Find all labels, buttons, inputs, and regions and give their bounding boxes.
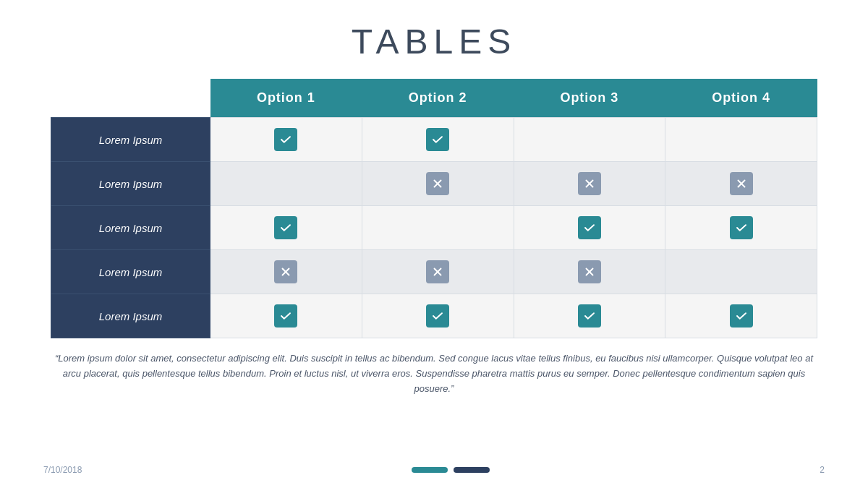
check-icon [426,128,449,151]
check-icon [426,304,449,328]
footer-page-number: 2 [820,465,825,475]
check-icon [578,304,601,328]
cross-icon [426,260,449,283]
table-cell [362,294,514,338]
table-header-row: Option 1 Option 2 Option 3 Option 4 [51,79,817,118]
table-wrapper: Option 1 Option 2 Option 3 Option 4 Lore… [51,79,817,338]
table-cell [514,162,665,206]
quote-text: “Lorem ipsum dolor sit amet, consectetur… [51,351,817,396]
table-cell [665,206,817,250]
table-row: Lorem Ipsum [51,206,817,250]
table-cell [514,250,665,294]
check-icon [730,216,753,239]
table-cell [665,250,817,294]
table-cell [362,250,514,294]
pagination-dot-inactive [454,467,490,473]
cross-icon [578,172,601,195]
row-label: Lorem Ipsum [51,206,210,250]
table-cell [210,162,362,206]
header-option2: Option 2 [362,79,514,118]
check-icon [730,304,753,328]
row-label: Lorem Ipsum [51,118,210,162]
table-cell [665,294,817,338]
row-label: Lorem Ipsum [51,162,210,206]
header-option3: Option 3 [514,79,665,118]
row-label: Lorem Ipsum [51,250,210,294]
table-cell [514,206,665,250]
footer-pagination [412,467,490,473]
check-icon [578,216,601,239]
table-cell [210,118,362,162]
footer-date: 7/10/2018 [43,465,82,475]
table-row: Lorem Ipsum [51,250,817,294]
table-cell [514,294,665,338]
slide: TABLES Option 1 Option 2 Option 3 Option… [0,0,868,488]
comparison-table: Option 1 Option 2 Option 3 Option 4 Lore… [51,79,817,338]
check-icon [274,128,297,151]
cross-icon [578,260,601,283]
cross-icon [730,172,753,195]
table-cell [665,162,817,206]
table-cell [362,118,514,162]
row-label: Lorem Ipsum [51,294,210,338]
cross-icon [274,260,297,283]
page-title: TABLES [352,22,517,61]
table-cell [362,162,514,206]
header-empty [51,79,210,118]
header-option1: Option 1 [210,79,362,118]
pagination-dot-active [412,467,448,473]
cross-icon [426,172,449,195]
table-row: Lorem Ipsum [51,118,817,162]
quote-section: “Lorem ipsum dolor sit amet, consectetur… [51,351,817,396]
table-row: Lorem Ipsum [51,162,817,206]
table-cell [362,206,514,250]
table-cell [210,294,362,338]
table-row: Lorem Ipsum [51,294,817,338]
table-cell [514,118,665,162]
table-cell [210,206,362,250]
table-cell [210,250,362,294]
footer: 7/10/2018 2 [0,465,868,475]
table-cell [665,118,817,162]
check-icon [274,216,297,239]
check-icon [274,304,297,328]
header-option4: Option 4 [665,79,817,118]
